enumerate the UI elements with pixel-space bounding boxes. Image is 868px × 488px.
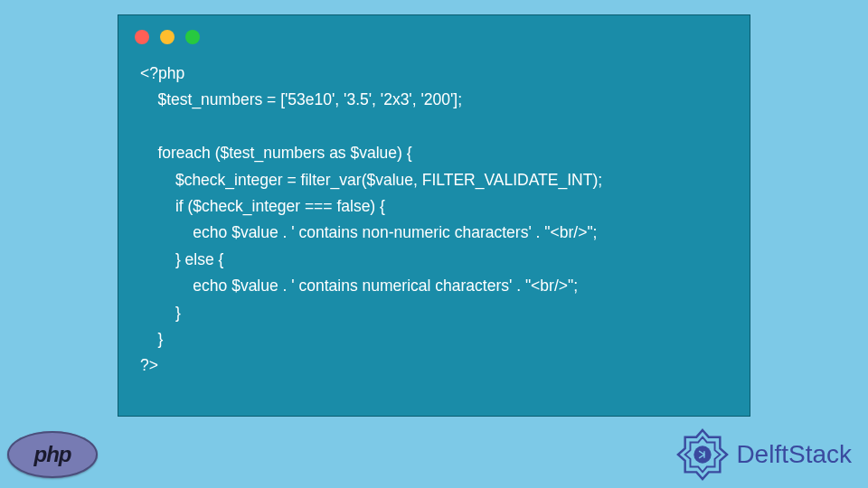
minimize-dot-icon (160, 30, 175, 44)
maximize-dot-icon (185, 30, 200, 44)
code-line: foreach ($test_numbers as $value) { (140, 144, 412, 162)
php-logo: php (7, 431, 98, 478)
code-content: <?php $test_numbers = ['53e10', '3.5', '… (118, 53, 750, 398)
delftstack-logo-icon (676, 428, 729, 481)
delftstack-brand: DelftStack (676, 428, 852, 481)
window-controls (118, 15, 750, 53)
code-line: } (140, 330, 163, 348)
code-window: <?php $test_numbers = ['53e10', '3.5', '… (118, 14, 750, 417)
code-line: echo $value . ' contains non-numeric cha… (140, 223, 597, 241)
code-line: } (140, 304, 181, 322)
footer: php DelftStack (0, 428, 868, 481)
code-line: if ($check_integer === false) { (140, 197, 385, 215)
close-dot-icon (135, 30, 149, 44)
code-line: <?php (140, 64, 184, 82)
svg-point-0 (694, 446, 712, 463)
code-line: ?> (140, 356, 158, 374)
code-line: } else { (140, 250, 223, 268)
code-line: $check_integer = filter_var($value, FILT… (140, 171, 602, 189)
code-line: $test_numbers = ['53e10', '3.5', '2x3', … (140, 90, 462, 108)
delftstack-text: DelftStack (736, 440, 852, 469)
php-logo-text: php (34, 442, 71, 467)
code-line: echo $value . ' contains numerical chara… (140, 277, 578, 295)
